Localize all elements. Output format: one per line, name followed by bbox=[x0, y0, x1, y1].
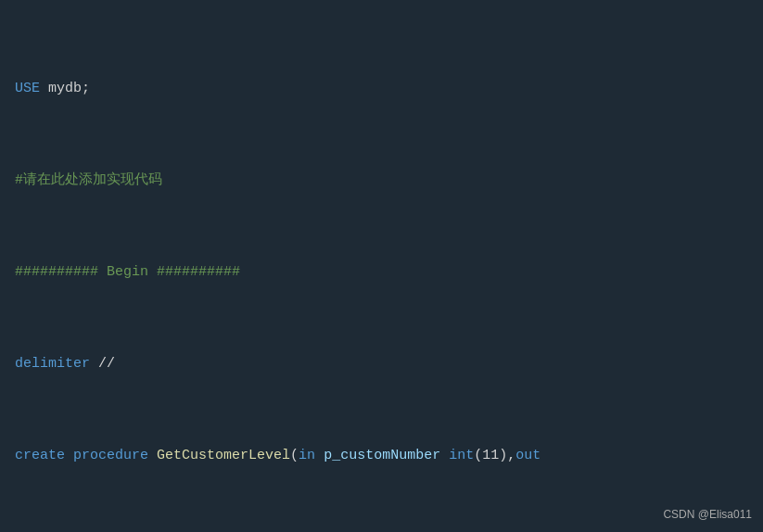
comment-begin: ########## Begin ########## bbox=[15, 261, 240, 285]
code-line-2: #请在此处添加实现代码 bbox=[15, 170, 748, 193]
kw-out: out bbox=[515, 445, 540, 468]
code-line-4: delimiter // bbox=[15, 353, 748, 376]
kw-procedure: procedure bbox=[73, 445, 148, 468]
code-line-5: create procedure GetCustomerLevel(in p_c… bbox=[15, 445, 748, 468]
code-editor: USE mydb; #请在此处添加实现代码 ########## Begin #… bbox=[0, 0, 763, 532]
type-int: int bbox=[449, 445, 474, 468]
comment-line: #请在此处添加实现代码 bbox=[15, 170, 162, 193]
kw-create: create bbox=[15, 445, 65, 468]
param-customnumber: p_customNumber bbox=[324, 445, 440, 468]
keyword-use: USE bbox=[15, 78, 40, 101]
watermark: CSDN @Elisa011 bbox=[663, 506, 752, 525]
code-line-3: ########## Begin ########## bbox=[15, 261, 748, 285]
fn-name: GetCustomerLevel bbox=[157, 445, 290, 468]
kw-delimiter: delimiter bbox=[15, 353, 90, 376]
kw-in: in bbox=[299, 445, 315, 468]
code-line-1: USE mydb; bbox=[15, 78, 748, 101]
